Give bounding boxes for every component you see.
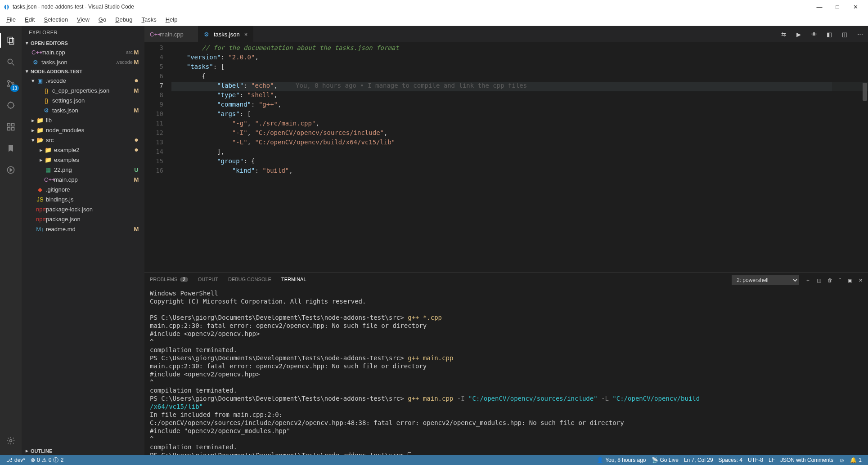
file-item[interactable]: {} c_cpp_properties.json M [22, 85, 144, 95]
file-item[interactable]: {} settings.json [22, 95, 144, 105]
menu-tasks[interactable]: Tasks [137, 14, 161, 25]
maximize-button[interactable]: □ [828, 0, 846, 13]
kill-terminal-icon[interactable]: 🗑 [828, 277, 832, 283]
scrollbar-thumb[interactable] [863, 83, 867, 101]
editor-scrollbar[interactable] [862, 42, 868, 273]
file-item[interactable]: C++ main.cpp M [22, 174, 144, 184]
terminal-selector[interactable]: 2: powershell [732, 275, 799, 285]
file-item[interactable]: ◆ .gitignore [22, 184, 144, 194]
editor-gutter: 345678910111213141516 [144, 42, 171, 273]
editor-code[interactable]: // for the documentation about the tasks… [171, 42, 868, 273]
activity-extensions-icon[interactable] [0, 116, 22, 138]
menu-edit[interactable]: Edit [20, 14, 39, 25]
menu-debug[interactable]: Debug [111, 14, 137, 25]
compare-changes-icon[interactable]: ⇆ [779, 31, 788, 38]
problems-count: 2 [180, 277, 188, 282]
open-changes-icon[interactable]: ◧ [825, 31, 834, 38]
outline-header[interactable]: ▸ OUTLINE [22, 447, 144, 455]
menu-help[interactable]: Help [161, 14, 182, 25]
golive-label: Go Live [660, 457, 679, 463]
project-header[interactable]: ▾ NODE-ADDONS-TEST [22, 67, 144, 76]
tab-label: tasks.json [214, 31, 240, 38]
image-file-icon: ▦ [44, 166, 52, 173]
svg-rect-14 [12, 128, 14, 130]
activity-settings-icon[interactable] [0, 430, 22, 452]
editor-body[interactable]: 345678910111213141516 // for the documen… [144, 42, 868, 273]
status-problems[interactable]: ⊗0 ⚠0 ⓘ2 [28, 456, 66, 464]
close-tab-icon[interactable]: × [244, 31, 248, 38]
activity-debug-icon[interactable] [0, 94, 22, 116]
folder-node-modules[interactable]: ▸ 📁 node_modules [22, 125, 144, 135]
info-count: 2 [60, 457, 63, 463]
menubar: File Edit Selection View Go Debug Tasks … [0, 13, 868, 26]
file-item[interactable]: JS bindings.js [22, 194, 144, 204]
file-name: tasks.json [41, 59, 113, 66]
status-notifications[interactable]: 🔔 1 [847, 457, 864, 463]
maximize-panel-icon[interactable]: ˄ [839, 277, 841, 283]
status-eol[interactable]: LF [766, 457, 778, 463]
scm-badge: 13 [10, 85, 19, 92]
file-item[interactable]: npm package.json [22, 214, 144, 224]
menu-view[interactable]: View [72, 14, 94, 25]
activity-scm-icon[interactable]: 13 [0, 73, 22, 94]
menu-file[interactable]: File [2, 14, 20, 25]
folder-item[interactable]: ▸ 📁 example2 ● [22, 145, 144, 155]
terminal-content[interactable]: Windows PowerShellCopyright (C) Microsof… [144, 287, 868, 455]
modified-dot-icon: ● [133, 136, 140, 143]
chevron-down-icon: ▾ [30, 77, 36, 84]
close-panel-icon[interactable]: ✕ [859, 277, 863, 283]
editor-tab-main-cpp[interactable]: C++ main.cpp [144, 26, 198, 42]
file-name: main.cpp [54, 176, 133, 183]
editor-tab-tasks-json[interactable]: ⚙ tasks.json × [198, 26, 253, 42]
folder-lib[interactable]: ▸ 📁 lib [22, 115, 144, 125]
status-feedback[interactable]: ☺ [836, 457, 847, 464]
status-cursor-position[interactable]: Ln 7, Col 29 [681, 457, 716, 463]
open-editor-item[interactable]: ⚙ tasks.json .vscode M [22, 57, 144, 67]
preview-icon[interactable]: 👁 [810, 31, 819, 38]
folder-vscode[interactable]: ▾ ▣ .vscode ● [22, 76, 144, 85]
run-icon[interactable]: ▶ [794, 31, 803, 38]
panel-tab-terminal[interactable]: TERMINAL [281, 277, 306, 284]
folder-icon: 📁 [36, 127, 44, 134]
activity-bookmarks-icon[interactable] [0, 138, 22, 159]
open-editor-item[interactable]: C++ main.cpp src M [22, 47, 144, 57]
folder-item[interactable]: ▸ 📁 examples [22, 155, 144, 165]
window-title: tasks.json - node-addons-test - Visual S… [13, 4, 134, 10]
activity-explorer-icon[interactable] [0, 30, 22, 51]
panel-tab-problems[interactable]: PROBLEMS 2 [150, 277, 188, 284]
file-item[interactable]: M↓ readme.md M [22, 224, 144, 234]
tab-label: PROBLEMS [150, 277, 177, 282]
bottom-panel: PROBLEMS 2 OUTPUT DEBUG CONSOLE TERMINAL… [144, 273, 868, 455]
new-terminal-icon[interactable]: ＋ [805, 277, 810, 284]
svg-rect-12 [8, 124, 10, 126]
open-editors-header[interactable]: ▾ OPEN EDITORS [22, 39, 144, 47]
git-status: U [133, 166, 140, 173]
status-golive[interactable]: 📡 Go Live [649, 457, 681, 463]
menu-go[interactable]: Go [94, 14, 111, 25]
status-language[interactable]: JSON with Comments [778, 457, 836, 463]
activity-search-icon[interactable] [0, 51, 22, 73]
project-label: NODE-ADDONS-TEST [31, 69, 82, 74]
split-terminal-icon[interactable]: ◫ [817, 277, 821, 283]
activity-liveserver-icon[interactable] [0, 159, 22, 181]
warning-count: 0 [49, 457, 52, 463]
folder-name: src [46, 137, 133, 143]
svg-point-4 [8, 80, 9, 82]
panel-tab-debug-console[interactable]: DEBUG CONSOLE [228, 277, 271, 284]
move-panel-icon[interactable]: ▣ [848, 277, 852, 283]
status-blame[interactable]: 👤 You, 8 hours ago [594, 457, 648, 463]
status-encoding[interactable]: UTF-8 [745, 457, 766, 463]
folder-src[interactable]: ▾ 📂 src ● [22, 135, 144, 145]
status-branch[interactable]: ⎇ dev* [4, 457, 28, 463]
minimize-button[interactable]: — [810, 0, 828, 13]
file-item[interactable]: npm package-lock.json [22, 204, 144, 214]
file-item[interactable]: ▦ 22.png U [22, 165, 144, 174]
split-editor-icon[interactable]: ◫ [840, 31, 849, 38]
panel-tab-output[interactable]: OUTPUT [198, 277, 218, 284]
status-indentation[interactable]: Spaces: 4 [716, 457, 745, 463]
menu-selection[interactable]: Selection [39, 14, 72, 25]
file-item[interactable]: ⚙ tasks.json M [22, 105, 144, 115]
close-window-button[interactable]: ✕ [846, 0, 864, 13]
broadcast-icon: 📡 [652, 457, 658, 463]
more-actions-icon[interactable]: ⋯ [855, 31, 864, 38]
